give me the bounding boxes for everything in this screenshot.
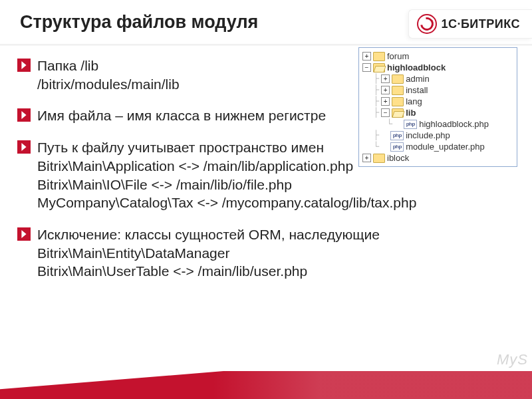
expand-icon: + — [381, 86, 390, 94]
tree-node-lib: ├−lib — [359, 107, 515, 118]
bullet-2: Имя файла – имя класса в нижнем регистре — [17, 106, 356, 125]
expand-icon: + — [381, 74, 390, 83]
folder-icon — [392, 86, 404, 95]
arrow-icon — [17, 108, 31, 122]
bullet-1: Папка /lib /bitrix/modules/main/lib — [17, 57, 356, 93]
arrow-icon — [17, 59, 31, 72]
slide-body: Папка /lib /bitrix/modules/main/lib Имя … — [0, 46, 532, 281]
bullet-1-text: Папка /lib /bitrix/modules/main/lib — [37, 57, 180, 93]
tree-node-include-php: ├phpinclude.php — [359, 130, 515, 141]
tree-node-lang: ├+lang — [359, 96, 515, 107]
bitrix-logo-icon — [417, 14, 437, 34]
arrow-icon — [17, 140, 31, 154]
footer — [0, 366, 532, 399]
tree-node-module-updater-php: └phpmodule_updater.php — [359, 141, 515, 152]
file-tree: +forum −highloadblock ├+admin ├+install … — [358, 47, 517, 167]
slide-title: Структура файлов модуля — [20, 12, 258, 33]
bullet-4-text: Исключение: классы сущностей ORM, наслед… — [37, 225, 380, 281]
expand-icon: + — [381, 97, 390, 106]
collapse-icon: − — [362, 63, 371, 72]
collapse-icon: − — [381, 108, 390, 117]
tree-node-admin: ├+admin — [359, 73, 515, 84]
tree-node-highloadblock-php: └phphighloadblock.php — [359, 118, 515, 130]
header: Структура файлов модуля 1С·БИТРИКС — [0, 0, 532, 39]
php-file-icon: php — [390, 131, 404, 140]
tree-node-install: ├+install — [359, 84, 515, 96]
bullet-2-text: Имя файла – имя класса в нижнем регистре — [37, 106, 326, 125]
bullet-4: Исключение: классы сущностей ORM, наслед… — [17, 225, 496, 281]
brand-logo: 1С·БИТРИКС — [408, 9, 532, 39]
slide: Структура файлов модуля 1С·БИТРИКС Папка… — [0, 0, 532, 399]
brand-name: 1С·БИТРИКС — [441, 17, 520, 31]
folder-icon — [392, 97, 404, 106]
folder-open-icon — [392, 108, 404, 118]
tree-node-iblock: +iblock — [359, 152, 515, 164]
php-file-icon: php — [404, 120, 417, 129]
folder-open-icon — [373, 63, 385, 72]
php-file-icon: php — [390, 142, 404, 152]
folder-icon — [373, 52, 385, 61]
expand-icon: + — [362, 154, 371, 162]
tree-node-highloadblock: −highloadblock — [359, 62, 515, 73]
folder-icon — [392, 74, 404, 84]
expand-icon: + — [362, 52, 371, 61]
folder-icon — [373, 154, 385, 163]
tree-node-forum: +forum — [359, 51, 515, 62]
arrow-icon — [17, 227, 31, 241]
